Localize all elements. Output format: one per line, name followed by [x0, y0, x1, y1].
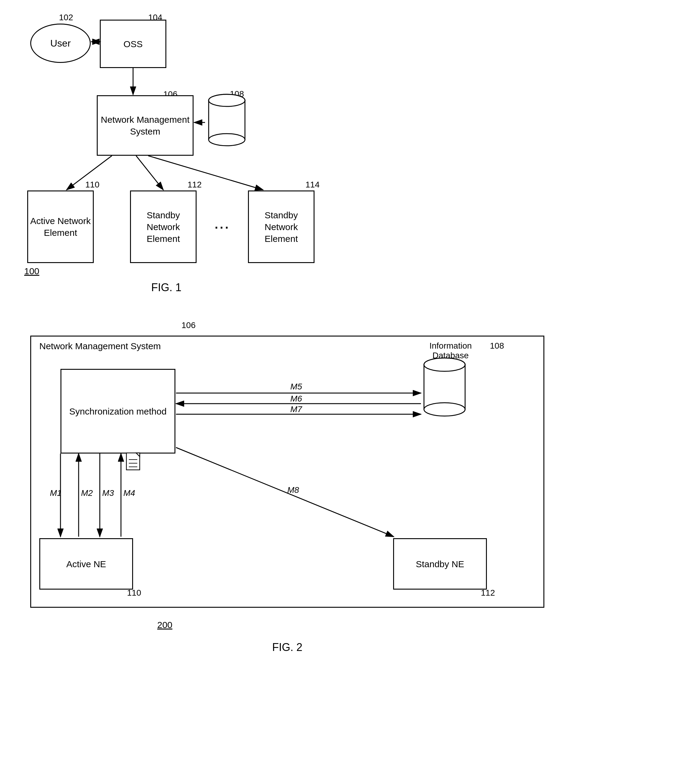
svg-point-4: [209, 133, 245, 146]
ellipsis-fig1: ...: [215, 218, 230, 231]
ref-110-fig1: 110: [85, 180, 99, 189]
active-ne-box-fig1: Active Network Element: [27, 191, 94, 263]
db-cylinder-fig2: [421, 357, 469, 420]
svg-line-13: [148, 156, 263, 190]
nms-label-fig2: Network Management System: [39, 341, 161, 351]
ref-110-fig2: 110: [127, 588, 141, 598]
user-node: User: [30, 23, 91, 63]
fig1-caption: FIG. 1: [91, 281, 242, 294]
ref-114-fig1: 114: [305, 180, 320, 189]
svg-point-5: [209, 94, 245, 106]
svg-point-19: [424, 358, 465, 371]
standby-ne1-box-fig1: Standby Network Element: [130, 191, 196, 263]
user-label: User: [50, 38, 71, 49]
active-ne-box-fig2: Active NE: [39, 538, 133, 590]
nms-label-fig1: Network Management System: [98, 114, 193, 137]
oss-box: OSS: [100, 20, 167, 68]
oss-label: OSS: [124, 38, 142, 50]
standby-ne2-label-fig1: Standby Network Element: [249, 209, 313, 245]
svg-line-12: [136, 156, 163, 190]
standby-ne2-box-fig1: Standby Network Element: [248, 191, 315, 263]
active-ne-label-fig2: Active NE: [66, 558, 106, 570]
ref-112-fig1: 112: [188, 180, 202, 189]
sync-method-label-fig2: Synchronization method: [69, 405, 167, 417]
db-cylinder-fig1: [206, 93, 248, 151]
fig2-caption: FIG. 2: [212, 641, 363, 654]
standby-ne-label-fig2: Standby NE: [416, 558, 464, 570]
ref-108-fig2: 108: [490, 341, 504, 351]
main-container: 102 User 104 OSS 106 Network Management …: [0, 0, 691, 784]
active-ne-label-fig1: Active Network Element: [28, 215, 93, 239]
nms-box-fig1: Network Management System: [97, 95, 193, 156]
standby-ne-box-fig2: Standby NE: [393, 538, 487, 590]
svg-point-18: [424, 403, 465, 416]
standby-ne1-label-fig1: Standby Network Element: [131, 209, 196, 245]
ref-200-fig2: 200: [157, 620, 172, 630]
ref-102: 102: [59, 13, 73, 22]
sync-method-box-fig2: Synchronization method: [61, 369, 175, 453]
ref-100-fig1: 100: [24, 266, 39, 276]
ref-106-fig2: 106: [181, 321, 196, 330]
ref-112-fig2: 112: [481, 588, 495, 598]
